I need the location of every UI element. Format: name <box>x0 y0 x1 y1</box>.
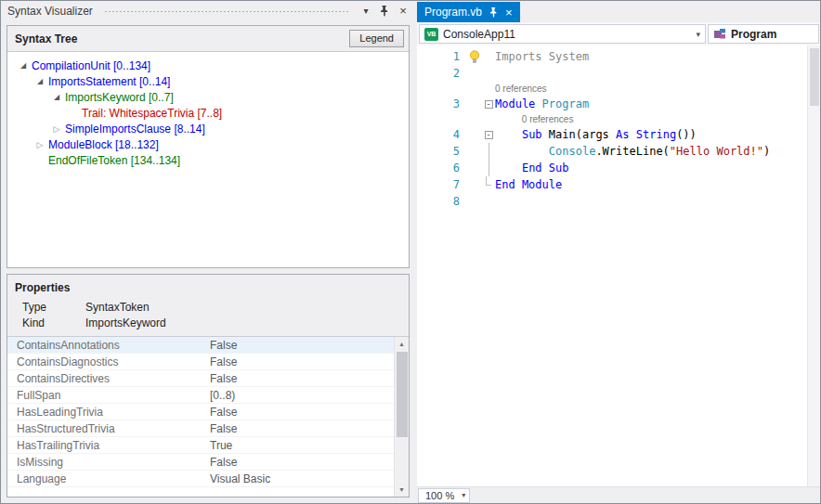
tab-pin-icon[interactable] <box>489 7 498 18</box>
line-number[interactable]: 3 <box>417 96 467 112</box>
close-icon[interactable]: × <box>396 4 410 19</box>
tree-node[interactable]: Trail: WhitespaceTrivia [7..8] <box>7 105 409 121</box>
line-number[interactable]: 7 <box>417 176 467 193</box>
tree-node[interactable]: ▷ModuleBlock [18..132] <box>7 136 409 152</box>
drag-grip[interactable] <box>104 9 349 14</box>
code-line[interactable]: 4- Sub Main(args As String()) <box>417 126 807 143</box>
property-type-value: SyntaxToken <box>85 301 150 314</box>
codelens-references-link[interactable]: 0 references <box>495 82 547 96</box>
property-row[interactable]: HasLeadingTriviaFalse <box>7 404 394 420</box>
codelens-row: 0 references <box>417 82 807 96</box>
pin-icon[interactable] <box>377 4 392 19</box>
tree-node[interactable]: ◢CompilationUnit [0..134] <box>7 58 409 73</box>
scroll-up-icon[interactable]: ▲ <box>395 337 409 351</box>
property-kind-row: Kind ImportsKeyword <box>7 316 409 331</box>
tool-window-title: Syntax Visualizer <box>7 5 93 18</box>
property-row[interactable]: FullSpan[0..8) <box>7 387 394 404</box>
line-number[interactable]: 4 <box>417 126 467 143</box>
tree-node[interactable]: EndOfFileToken [134..134] <box>7 152 409 168</box>
code-line[interactable]: 7End Module <box>417 176 807 193</box>
tool-window-content: Syntax Tree Legend ◢CompilationUnit [0..… <box>1 20 415 503</box>
property-value: False <box>210 406 394 419</box>
expand-arrow-icon[interactable]: ▷ <box>33 140 46 149</box>
code-line[interactable]: 8 <box>417 193 807 210</box>
collapse-arrow-icon[interactable]: ◢ <box>17 61 30 70</box>
property-value: False <box>210 355 394 368</box>
properties-header: Properties <box>7 275 409 300</box>
syntax-visualizer-panel: Syntax Visualizer ▾ × Syntax Tree Legend… <box>1 1 415 503</box>
code-line[interactable]: 2 <box>417 65 807 82</box>
line-number[interactable]: 1 <box>417 48 467 65</box>
code-line[interactable]: 1Imports System <box>417 48 807 65</box>
tree-node-label: SimpleImportsClause [8..14] <box>63 123 205 136</box>
code-segment <box>630 128 636 141</box>
property-row[interactable]: HasStructuredTriviaFalse <box>7 420 394 437</box>
code-segment: End Sub <box>522 162 569 174</box>
editor-body: 1Imports System20 references3-Module Pro… <box>417 45 820 486</box>
zoom-dropdown[interactable]: 100 % ▾ <box>418 488 470 503</box>
property-row[interactable]: IsMissingFalse <box>7 454 394 471</box>
line-number[interactable]: 5 <box>417 143 467 160</box>
properties-scrollbar[interactable]: ▲ ▼ <box>394 337 409 497</box>
property-row[interactable]: LanguageVisual Basic <box>7 471 394 487</box>
tab-close-icon[interactable]: × <box>505 6 513 19</box>
outline-margin: - <box>482 126 495 143</box>
property-name: Language <box>7 472 210 485</box>
glyph-margin <box>467 193 482 210</box>
window-position-chevron-icon[interactable]: ▾ <box>358 4 373 19</box>
property-row[interactable]: ContainsDirectivesFalse <box>7 370 394 387</box>
property-row[interactable]: HasTrailingTriviaTrue <box>7 437 394 454</box>
member-dropdown[interactable]: Program <box>708 24 819 44</box>
editor-scrollbar[interactable] <box>807 45 820 486</box>
code-segment: Sub <box>522 128 542 141</box>
line-number[interactable]: 6 <box>417 160 467 176</box>
tree-node[interactable]: ◢ImportsKeyword [0..7] <box>7 89 409 105</box>
syntax-tree-list[interactable]: ◢CompilationUnit [0..134]◢ImportsStateme… <box>7 51 409 267</box>
collapse-box-icon[interactable]: - <box>485 131 493 139</box>
codelens-references-link[interactable]: 0 references <box>522 112 574 126</box>
code-line[interactable]: 3-Module Program <box>417 96 807 112</box>
property-value: False <box>210 422 394 435</box>
tree-node[interactable]: ◢ImportsStatement [0..14] <box>7 73 409 89</box>
editor-pane: Program.vb × VB ConsoleApp11 ▾ Program <box>417 1 820 503</box>
outline-margin <box>482 143 495 160</box>
scrollbar-thumb[interactable] <box>397 352 408 437</box>
line-number[interactable]: 8 <box>417 193 467 210</box>
editor-scrollbar-thumb[interactable] <box>810 48 819 106</box>
code-line[interactable]: 6 End Sub <box>417 160 807 176</box>
expand-arrow-icon[interactable]: ▷ <box>50 124 63 134</box>
code-text: End Sub <box>495 160 568 176</box>
legend-button[interactable]: Legend <box>349 30 404 47</box>
code-editor[interactable]: 1Imports System20 references3-Module Pro… <box>417 45 807 486</box>
properties-grid: ContainsAnnotationsFalseContainsDiagnost… <box>7 337 394 497</box>
glyph-margin <box>467 143 482 160</box>
tool-window-titlebar[interactable]: Syntax Visualizer ▾ × <box>1 1 415 20</box>
editor-statusbar: 100 % ▾ <box>417 486 820 503</box>
tab-program-vb[interactable]: Program.vb × <box>417 2 520 22</box>
chevron-down-icon: ▾ <box>696 30 700 39</box>
property-name: ContainsAnnotations <box>7 339 210 352</box>
collapse-arrow-icon[interactable]: ◢ <box>50 93 63 101</box>
project-dropdown[interactable]: VB ConsoleApp11 ▾ <box>419 24 706 44</box>
module-icon <box>713 28 726 40</box>
tree-node-label: CompilationUnit [0..134] <box>30 59 150 72</box>
glyph-margin <box>467 96 482 112</box>
code-segment: Program <box>542 97 590 110</box>
tree-node[interactable]: ▷SimpleImportsClause [8..14] <box>7 121 409 136</box>
property-value: [0..8) <box>210 389 394 402</box>
property-kind-value: ImportsKeyword <box>85 317 166 330</box>
code-segment: String <box>636 128 676 141</box>
property-name: ContainsDirectives <box>7 372 210 385</box>
scroll-down-icon[interactable]: ▼ <box>395 483 409 497</box>
property-value: True <box>210 439 394 452</box>
property-row[interactable]: ContainsAnnotationsFalse <box>7 337 394 354</box>
property-name: HasTrailingTrivia <box>7 439 210 452</box>
tree-node-label: EndOfFileToken [134..134] <box>46 154 180 167</box>
collapse-box-icon[interactable]: - <box>485 100 493 109</box>
tree-node-label: ImportsStatement [0..14] <box>46 75 170 88</box>
code-line[interactable]: 5 Console.WriteLine("Hello World!") <box>417 143 807 160</box>
property-row[interactable]: ContainsDiagnosticsFalse <box>7 354 394 370</box>
collapse-arrow-icon[interactable]: ◢ <box>33 77 46 85</box>
line-number[interactable]: 2 <box>417 65 467 82</box>
lightbulb-icon[interactable] <box>467 48 482 65</box>
